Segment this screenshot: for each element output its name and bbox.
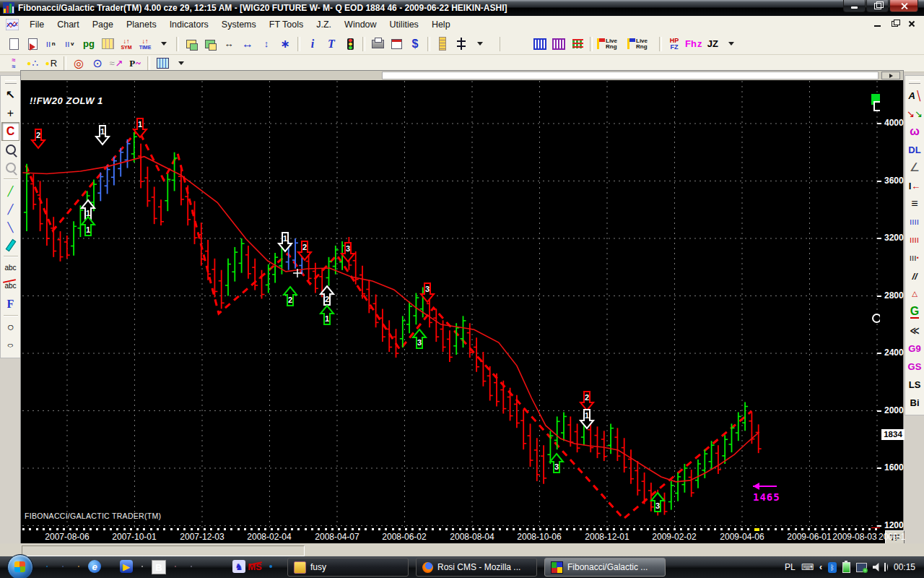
cascade-windows-icon[interactable] [183, 35, 200, 53]
menu-j-z-[interactable]: J.Z. [310, 17, 338, 32]
taskbar-button-fusy[interactable]: fusy [287, 558, 409, 577]
menu-ft-tools[interactable]: FT Tools [263, 17, 310, 32]
dollar-icon[interactable]: $ [406, 35, 424, 53]
b-doc-icon[interactable]: B [152, 560, 166, 574]
clock[interactable]: 00:15 [894, 562, 915, 572]
pencil-tool[interactable] [2, 236, 19, 254]
mdi-minimize-button[interactable] [872, 19, 882, 28]
menu-planets[interactable]: Planets [120, 17, 163, 32]
intraday-v-icon[interactable]: ||v [61, 35, 79, 53]
matrix-caret[interactable] [173, 56, 190, 71]
fan-lines-tool[interactable]: ≪ [907, 322, 923, 339]
menu-window[interactable]: Window [338, 17, 383, 32]
firefox-icon[interactable] [104, 560, 117, 573]
zoom-doc-tool[interactable] [2, 141, 19, 158]
circle-tool[interactable]: ○ [2, 319, 19, 336]
battery-icon[interactable] [842, 562, 850, 573]
g9-tool[interactable]: G9 [907, 340, 923, 357]
minibars-tool[interactable]: |||▪ [907, 249, 923, 267]
red-orb-icon[interactable] [217, 560, 230, 573]
explorer-icon[interactable] [72, 560, 85, 573]
ls-tool[interactable]: LS [907, 376, 923, 393]
zoom-doc2-tool[interactable] [2, 159, 19, 176]
blue-figure-icon[interactable]: ♞ [232, 560, 245, 573]
magnet-tool[interactable]: C [2, 123, 19, 140]
time-button[interactable]: ↓↑TIME [136, 35, 154, 53]
taskbar-button-rosi[interactable]: Rosi CMS - Mozilla ... [416, 558, 537, 577]
blue-line-tool[interactable]: ╱ [2, 200, 19, 217]
matrix-icon[interactable] [154, 56, 171, 71]
hlines-tool[interactable]: ≡ [907, 195, 923, 212]
language-indicator[interactable]: PL [785, 562, 796, 572]
angle-tool[interactable]: ∠ [907, 159, 923, 176]
show-desktop-icon[interactable] [40, 560, 53, 573]
traffic-light-icon[interactable] [341, 35, 359, 53]
recycle-bin-icon[interactable] [185, 560, 198, 573]
compress-scale-icon[interactable]: ↔ [220, 35, 237, 53]
text-a-tool[interactable]: A╲ [907, 87, 923, 104]
ruler-icon[interactable] [434, 35, 451, 53]
scroll-right-button[interactable] [881, 72, 900, 79]
abc-delete-tool[interactable]: abc [2, 277, 19, 295]
pattern-stripes-icon[interactable] [569, 35, 586, 53]
parallel-lines-tool[interactable]: // [907, 267, 923, 285]
chart-plot-area[interactable]: 211111232213321331465 !!FW20 ZOLW 1 FIBO… [22, 81, 880, 528]
menu-systems[interactable]: Systems [215, 17, 263, 32]
wave-omega-tool[interactable]: ω [907, 123, 923, 140]
bi-tool[interactable]: Bi [907, 394, 923, 411]
open-chart-icon[interactable] [24, 35, 41, 53]
bluetooth-icon[interactable]: ᛒ [828, 562, 837, 573]
ms-icon[interactable]: MS [248, 560, 261, 573]
gs-tool[interactable]: GS [907, 358, 923, 375]
page-button[interactable]: pg [80, 35, 97, 53]
network-icon[interactable] [856, 563, 867, 572]
text-tool-icon[interactable]: T [323, 35, 340, 53]
trend-arrow-icon[interactable]: ≈↗ [108, 56, 125, 71]
window-layout-icon[interactable] [531, 35, 549, 53]
gann-g-tool[interactable]: G [907, 303, 923, 321]
menu-indicators[interactable]: Indicators [163, 17, 215, 32]
horizontal-scrollbar[interactable] [382, 72, 879, 79]
switch-windows-icon[interactable] [56, 560, 69, 573]
marker-selection-box[interactable] [873, 101, 880, 111]
abc-tool[interactable]: abc [2, 259, 19, 277]
calendar-icon[interactable] [388, 35, 405, 53]
ie-icon[interactable]: e [88, 560, 101, 573]
tools-caret[interactable] [471, 35, 489, 53]
waves-icon[interactable]: ≈≈ [5, 56, 22, 71]
vlines-red-tool[interactable]: |||| [907, 231, 923, 249]
volume-waves-icon[interactable] [884, 563, 888, 571]
expand-scale-icon[interactable]: ↔ [239, 35, 256, 53]
chrome-icon[interactable] [264, 560, 277, 573]
crosshair-tool[interactable]: + [2, 105, 19, 122]
fibo-f-tool[interactable]: F [2, 296, 19, 313]
mdi-close-button[interactable] [907, 19, 917, 28]
asterisk-icon[interactable]: ∗ [276, 35, 294, 53]
dl-tool[interactable]: DL [907, 141, 923, 158]
planet-dot-icon[interactable]: ●∴ [24, 56, 41, 71]
price-chart[interactable]: 211111232213321331465 [22, 81, 880, 528]
new-page-icon[interactable] [5, 35, 22, 53]
more-tools-caret[interactable] [155, 35, 173, 53]
candle-tool-icon[interactable] [453, 35, 470, 53]
folder-icon[interactable] [169, 560, 182, 573]
jz-caret[interactable] [723, 35, 740, 53]
p-wave-icon[interactable]: P~ [126, 56, 144, 71]
media-player-icon[interactable]: ▶ [120, 560, 133, 573]
hp-fz-button[interactable]: HPFZ [666, 35, 683, 53]
start-button[interactable] [7, 554, 33, 578]
triangle-tool[interactable]: △ [907, 285, 923, 303]
tray-collapse-icon[interactable]: ‹ [819, 562, 822, 572]
menu-chart[interactable]: Chart [51, 17, 86, 32]
planet-r-icon[interactable]: ●R [43, 56, 60, 71]
target-icon[interactable]: ◎ [70, 56, 87, 71]
cursor-tool[interactable]: ↖ [2, 87, 19, 104]
marker-ring[interactable] [872, 314, 880, 323]
i-retracement-tool[interactable]: I← [907, 177, 923, 194]
ellipse-tool[interactable]: ○ [2, 337, 19, 354]
restore-button[interactable] [866, 0, 889, 12]
close-button[interactable] [889, 0, 918, 12]
annotate-icon[interactable]: i [304, 35, 321, 53]
green-line-tool[interactable]: ╱ [2, 182, 19, 199]
menu-page[interactable]: Page [86, 17, 120, 32]
